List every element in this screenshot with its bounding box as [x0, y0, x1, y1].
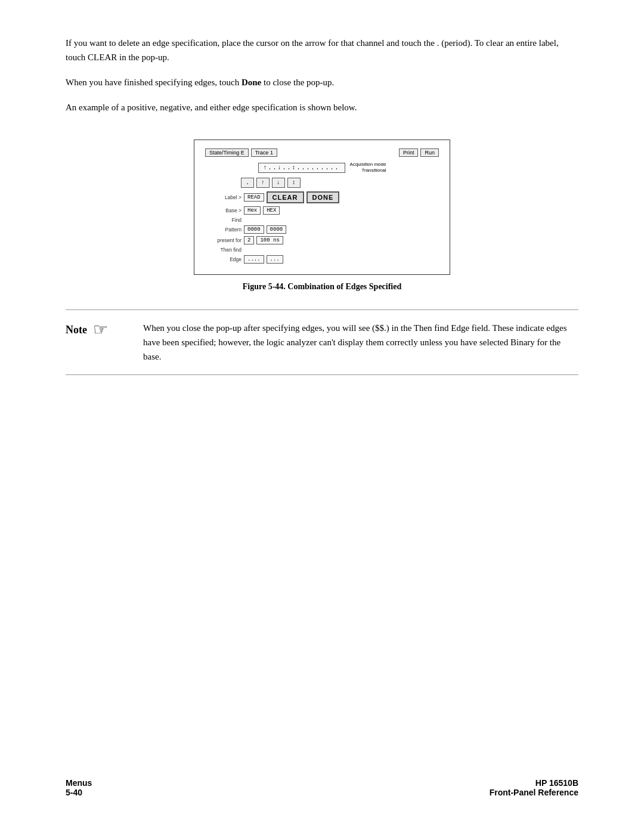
fig-arrow-display: ↑..↓..↕......... [258, 163, 345, 173]
fig-print-btn[interactable]: Print [399, 148, 419, 157]
fig-label-field: READ [244, 193, 264, 202]
fig-present-for-row: present for 2 100 ns [205, 236, 439, 244]
note-left: Note ☞ [66, 321, 143, 339]
fig-find-row: Find [205, 217, 439, 223]
paragraph-1: If you want to delete an edge specificat… [66, 36, 578, 64]
figure-box: State/Timing E Trace 1 Print Run ↑..↓..↕… [194, 140, 450, 275]
fig-pattern-row: Pattern 0000 0000 [205, 225, 439, 234]
fig-nav-period[interactable]: . [241, 178, 254, 188]
fig-present-for-num: 2 [244, 236, 254, 244]
fig-nav-row: . ↑ ↓ ↕ [205, 178, 439, 188]
fig-tab-trace[interactable]: Trace 1 [251, 148, 277, 157]
fig-nav-updown[interactable]: ↕ [287, 178, 301, 188]
footer-page-num: 5-40 [66, 788, 92, 797]
spacer [66, 375, 578, 760]
fig-edge-field2: ... [267, 255, 283, 264]
fig-top-bar: State/Timing E Trace 1 Print Run [205, 148, 439, 157]
figure-caption: Figure 5-44. Combination of Edges Specif… [243, 282, 402, 292]
paragraph-3: An example of a positive, negative, and … [66, 100, 578, 114]
paragraph-2-pre: When you have finished specifying edges,… [66, 78, 242, 87]
paragraph-2-post: to close the pop-up. [261, 78, 334, 87]
fig-label-col-label: Label > [205, 194, 244, 200]
note-section: Note ☞ When you close the pop-up after s… [66, 309, 578, 375]
fig-edge-row: Edge .... ... [205, 255, 439, 264]
fig-base-row: Base > Hex HEX [205, 206, 439, 215]
fig-then-find-label: Then find [205, 247, 244, 253]
paragraph-2: When you have finished specifying edges,… [66, 75, 578, 89]
fig-edge-field1: .... [244, 255, 264, 264]
footer-ref: Front-Panel Reference [490, 788, 578, 797]
page-footer: Menus 5-40 HP 16510B Front-Panel Referen… [66, 760, 578, 797]
figure-container: State/Timing E Trace 1 Print Run ↑..↓..↕… [66, 140, 578, 292]
fig-tab-group: State/Timing E Trace 1 [205, 148, 280, 157]
paragraph-2-bold: Done [242, 78, 261, 87]
note-label: Note [66, 324, 87, 336]
note-text: When you close the pop-up after specifyi… [143, 321, 578, 364]
footer-left: Menus 5-40 [66, 778, 92, 797]
fig-find-label: Find [205, 217, 244, 223]
fig-done-btn[interactable]: DONE [306, 191, 340, 203]
fig-arrows-row: ↑..↓..↕......... Acquisition mode Transi… [205, 162, 439, 174]
fig-clear-btn[interactable]: CLEAR [267, 191, 304, 203]
fig-present-for-label: present for [205, 237, 244, 243]
fig-nav-up[interactable]: ↑ [256, 178, 270, 188]
page: If you want to delete an edge specificat… [0, 0, 644, 833]
footer-right: HP 16510B Front-Panel Reference [490, 778, 578, 797]
fig-acq-label: Acquisition mode Transitional [350, 162, 386, 174]
fig-base-field1: Hex [244, 206, 261, 215]
fig-clear-done-row: Label > READ CLEAR DONE [205, 191, 439, 203]
fig-tab-state-timing[interactable]: State/Timing E [205, 148, 249, 157]
fig-pattern-field2: 0000 [267, 225, 287, 234]
fig-then-find-row: Then find [205, 247, 439, 253]
fig-base-field2: HEX [263, 206, 280, 215]
note-icon: ☞ [93, 320, 108, 339]
fig-pattern-field1: 0000 [244, 225, 264, 234]
fig-base-label: Base > [205, 208, 244, 213]
fig-present-for-time: 100 ns [256, 236, 283, 244]
fig-edge-label: Edge [205, 256, 244, 262]
main-content: If you want to delete an edge specificat… [66, 36, 578, 760]
footer-model: HP 16510B [490, 778, 578, 788]
fig-run-btn[interactable]: Run [420, 148, 439, 157]
fig-btn-group: Print Run [399, 148, 439, 157]
fig-pattern-label: Pattern [205, 227, 244, 233]
fig-nav-down[interactable]: ↓ [272, 178, 285, 188]
footer-menus: Menus [66, 778, 92, 788]
